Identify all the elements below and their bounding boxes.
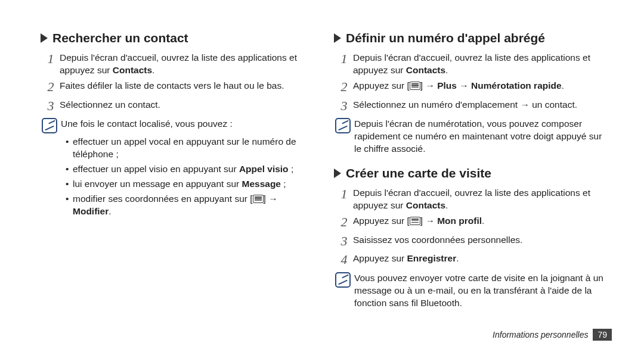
step-number: 4 <box>338 251 351 269</box>
step-number: 1 <box>338 50 351 68</box>
step-body: Depuis l'écran d'accueil, ouvrez la list… <box>353 185 603 212</box>
menu-icon <box>410 82 420 90</box>
chevron-icon <box>334 33 341 43</box>
step-body: Saisissez vos coordonnées personnelles. <box>353 232 522 247</box>
step-body: Appuyez sur Enregistrer. <box>353 251 459 265</box>
right-column: Définir un numéro d'appel abrégé 1 Depui… <box>334 29 603 311</box>
note-block: Vous pouvez envoyer votre carte de visit… <box>335 272 603 310</box>
note-icon <box>335 118 351 133</box>
chevron-icon <box>334 169 341 178</box>
step-3: 3 Sélectionnez un numéro d'emplacement →… <box>338 97 603 115</box>
note-block: Une fois le contact localisé, vous pouve… <box>42 118 310 133</box>
bullet-item: effectuer un appel visio en appuyant sur… <box>66 163 310 176</box>
heading-text: Rechercher un contact <box>52 31 188 45</box>
step-3: 3 Sélectionnez un contact. <box>44 97 310 115</box>
page-footer: Informations personnelles 79 <box>493 329 612 341</box>
bullet-list: effectuer un appel vocal en appuyant sur… <box>66 136 310 218</box>
bullet-item: modifier ses coordonnées en appuyant sur… <box>66 193 310 218</box>
step-1: 1 Depuis l'écran d'accueil, ouvrez la li… <box>338 185 603 212</box>
step-body: Sélectionnez un numéro d'emplacement → u… <box>353 97 577 111</box>
left-column: Rechercher un contact 1 Depuis l'écran d… <box>41 29 310 311</box>
step-2: 2 Faites défiler la liste de contacts ve… <box>44 78 310 96</box>
heading-search-contact: Rechercher un contact <box>41 31 310 45</box>
step-number: 1 <box>44 50 57 68</box>
note-icon <box>42 118 57 133</box>
step-body: Faites défiler la liste de contacts vers… <box>60 78 284 92</box>
step-number: 2 <box>44 78 57 96</box>
step-number: 2 <box>338 78 351 96</box>
step-number: 1 <box>338 185 351 203</box>
step-number: 3 <box>338 232 351 250</box>
step-2: 2 Appuyez sur [] → Plus → Numérotation r… <box>338 78 603 96</box>
note-text: Une fois le contact localisé, vous pouve… <box>61 118 233 130</box>
step-body: Appuyez sur [] → Mon profil. <box>353 213 484 228</box>
page-number: 79 <box>593 329 612 341</box>
menu-icon <box>410 217 420 225</box>
step-2: 2 Appuyez sur [] → Mon profil. <box>338 213 603 231</box>
step-body: Depuis l'écran d'accueil, ouvrez la list… <box>60 50 310 77</box>
step-3: 3 Saisissez vos coordonnées personnelles… <box>338 232 603 250</box>
step-number: 3 <box>44 97 57 115</box>
step-body: Depuis l'écran d'accueil, ouvrez la list… <box>353 50 603 77</box>
note-text: Depuis l'écran de numérotation, vous pou… <box>354 118 603 155</box>
chevron-icon <box>41 33 48 43</box>
bullet-item: lui envoyer un message en appuyant sur M… <box>66 178 310 191</box>
heading-text: Créer une carte de visite <box>346 166 491 180</box>
footer-label: Informations personnelles <box>493 330 588 339</box>
heading-text: Définir un numéro d'appel abrégé <box>346 31 545 45</box>
step-number: 2 <box>338 213 351 231</box>
step-4: 4 Appuyez sur Enregistrer. <box>338 251 603 269</box>
step-1: 1 Depuis l'écran d'accueil, ouvrez la li… <box>338 50 603 77</box>
heading-business-card: Créer une carte de visite <box>334 166 603 180</box>
menu-icon <box>253 195 264 203</box>
document-page: Rechercher un contact 1 Depuis l'écran d… <box>0 0 644 325</box>
step-body: Appuyez sur [] → Plus → Numérotation rap… <box>353 78 564 92</box>
step-number: 3 <box>338 97 351 115</box>
bullet-item: effectuer un appel vocal en appuyant sur… <box>66 136 310 161</box>
heading-speed-dial: Définir un numéro d'appel abrégé <box>334 31 603 45</box>
step-body: Sélectionnez un contact. <box>60 97 160 111</box>
note-block: Depuis l'écran de numérotation, vous pou… <box>335 118 603 155</box>
note-icon <box>335 272 351 288</box>
note-text: Vous pouvez envoyer votre carte de visit… <box>354 272 603 310</box>
step-1: 1 Depuis l'écran d'accueil, ouvrez la li… <box>44 50 310 77</box>
